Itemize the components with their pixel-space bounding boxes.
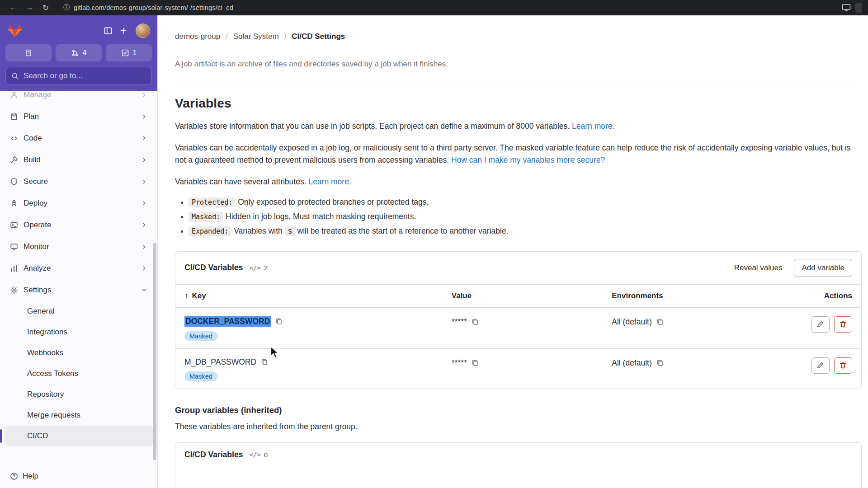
variable-key-selected[interactable]: DOCKER_PASSWORD <box>184 316 271 327</box>
sidebar-subitem-label: Repository <box>27 390 64 399</box>
variables-intro-text: Variables store information that you can… <box>175 122 570 131</box>
gitlab-logo[interactable] <box>7 23 23 38</box>
sidebar-subitem-label: CI/CD <box>27 432 48 441</box>
forward-button[interactable]: → <box>23 2 36 14</box>
breadcrumb-group-link[interactable]: demos-group <box>175 32 220 41</box>
sidebar-item-settings[interactable]: Settings <box>5 279 153 301</box>
cast-icon[interactable] <box>842 4 851 12</box>
protected-text: Only exposed to protected branches or pr… <box>238 197 429 206</box>
sidebar-item-ci-cd[interactable]: CI/CD <box>5 426 153 446</box>
avatar[interactable] <box>136 23 150 38</box>
gear-icon <box>10 286 18 294</box>
card-title: CI/CD Variables <box>184 450 243 460</box>
secure-variables-link[interactable]: How can I make my variables more secure? <box>451 155 605 164</box>
address-bar[interactable]: ⓘ gitlab.com/demos-group/solar-system/-/… <box>59 2 839 14</box>
sidebar-item-operate[interactable]: Operate <box>5 214 153 236</box>
screen: ← → ↻ ⓘ gitlab.com/demos-group/solar-sys… <box>0 0 868 488</box>
main-content: A job artifact is an archive of files an… <box>158 15 868 488</box>
table-row: DOCKER_PASSWORD Masked <box>175 308 861 348</box>
key-column-header[interactable]: ↑ Key <box>184 285 452 307</box>
variable-key[interactable]: M_DB_PASSWORD <box>184 357 256 367</box>
sidebar-item-label: Code <box>24 134 42 143</box>
section-divider <box>175 81 862 81</box>
masked-badge: Masked <box>184 331 217 341</box>
copy-value-icon[interactable] <box>472 318 479 325</box>
value-column-header: Value <box>452 285 612 307</box>
sidebar-header: 4 1 Search or go to... <box>0 15 157 91</box>
sidebar-item-access-tokens[interactable]: Access Tokens <box>5 363 153 384</box>
sidebar-item-integrations[interactable]: Integrations <box>5 322 153 343</box>
expanded-text-after: will be treated as the start of a refere… <box>297 226 509 235</box>
rocket-icon <box>10 199 18 207</box>
back-button[interactable]: ← <box>6 2 20 14</box>
environments-column-header: Environments <box>612 285 785 307</box>
reload-button[interactable]: ↻ <box>39 2 52 14</box>
sidebar-item-label: Settings <box>24 286 51 295</box>
sidebar-item-secure[interactable]: Secure <box>5 171 153 192</box>
sidebar-item-manage[interactable]: Manage <box>5 91 153 106</box>
merge-requests-shortcut-button[interactable]: 4 <box>56 44 102 61</box>
masked-badge: Masked <box>184 371 217 381</box>
site-info-icon[interactable]: ⓘ <box>63 4 70 12</box>
chevron-right-icon <box>141 221 147 229</box>
search-input[interactable]: Search or go to... <box>5 67 152 85</box>
copy-environments-icon[interactable] <box>656 318 664 325</box>
copy-value-icon[interactable] <box>472 359 479 366</box>
sidebar-item-plan[interactable]: Plan <box>5 106 153 127</box>
sidebar-subitem-label: Integrations <box>27 328 67 337</box>
breadcrumb-project-link[interactable]: Solar System <box>233 32 279 41</box>
todo-count: 1 <box>133 49 137 57</box>
copy-key-icon[interactable] <box>261 358 268 366</box>
delete-variable-button[interactable] <box>834 316 852 333</box>
edit-variable-button[interactable] <box>811 357 830 374</box>
sidebar-item-code[interactable]: Code <box>5 127 153 149</box>
chevron-down-icon <box>141 286 147 294</box>
browser-toolbar: ← → ↻ ⓘ gitlab.com/demos-group/solar-sys… <box>0 0 868 15</box>
issues-shortcut-button[interactable] <box>5 44 52 61</box>
extension-icon[interactable] <box>855 3 862 13</box>
breadcrumb: demos-group / Solar System / CI/CD Setti… <box>158 15 868 58</box>
chevron-right-icon <box>141 265 147 272</box>
edit-variable-button[interactable] <box>811 316 830 333</box>
count-value: 0 <box>264 451 268 459</box>
scrolled-text-fragment: A job artifact is an archive of files an… <box>175 60 862 69</box>
sidebar-item-merge-requests[interactable]: Merge requests <box>5 405 153 426</box>
variable-environments: All (default) <box>612 358 652 368</box>
variables-intro: Variables store information that you can… <box>175 120 853 132</box>
plan-icon <box>10 113 18 121</box>
sidebar-item-repository[interactable]: Repository <box>5 384 153 405</box>
attributes-learn-more-link[interactable]: Learn more. <box>308 177 351 186</box>
sidebar-item-general[interactable]: General <box>5 301 153 322</box>
sidebar-subitem-label: General <box>27 307 54 316</box>
help-button[interactable]: Help <box>0 465 157 488</box>
sidebar-item-webhooks[interactable]: Webhooks <box>5 343 153 363</box>
create-new-button[interactable] <box>116 23 131 38</box>
add-variable-button[interactable]: Add variable <box>794 259 852 277</box>
copy-key-icon[interactable] <box>275 318 283 325</box>
sidebar-item-label: Manage <box>24 91 51 99</box>
masked-warning: Variables can be accidentally exposed in… <box>175 142 853 166</box>
reveal-values-button[interactable]: Reveal values <box>734 263 783 272</box>
attributes-note: Variables can have several attributes. L… <box>175 176 853 188</box>
table-header-row: ↑ Key Value Environments Actions <box>175 284 861 308</box>
sidebar-scrollbar[interactable] <box>153 243 156 460</box>
todo-shortcut-button[interactable]: 1 <box>106 44 152 61</box>
code-bracket-icon: </> <box>249 451 260 458</box>
attributes-list: Protected: Only exposed to protected bra… <box>175 197 862 236</box>
sidebar-toggle-icon[interactable] <box>100 23 116 38</box>
delete-variable-button[interactable] <box>834 357 852 374</box>
learn-more-link[interactable]: Learn more. <box>572 122 614 131</box>
sidebar-item-deploy[interactable]: Deploy <box>5 192 153 214</box>
code-bracket-icon: </> <box>249 264 260 272</box>
sidebar-item-analyze[interactable]: Analyze <box>5 258 153 279</box>
sidebar-item-build[interactable]: Build <box>5 149 153 171</box>
sidebar-item-monitor[interactable]: Monitor <box>5 236 153 258</box>
count-value: 2 <box>264 264 268 272</box>
copy-environments-icon[interactable] <box>656 359 664 366</box>
url-text: gitlab.com/demos-group/solar-system/-/se… <box>74 4 233 11</box>
attributes-note-text: Variables can have several attributes. <box>175 177 307 186</box>
active-item-indicator <box>0 429 2 443</box>
chevron-right-icon <box>141 243 147 250</box>
chevron-right-icon <box>141 178 147 185</box>
group-variables-count: </> 0 <box>249 451 268 459</box>
